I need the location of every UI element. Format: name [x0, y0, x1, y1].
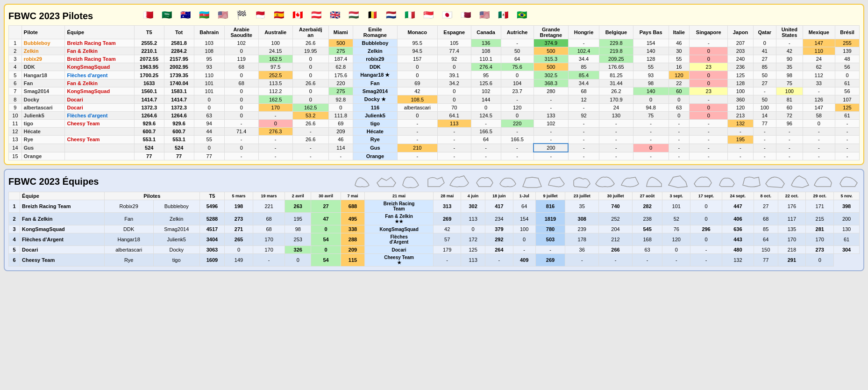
- eq-cell-5: Cheesy Team★: [365, 254, 434, 267]
- pilotes-header-row: Pilote Équipe T5 Tot Bahrain ArabieSaoud…: [9, 26, 860, 39]
- cell-pilote: Hécate: [21, 128, 65, 136]
- eq-cell-2: 195: [285, 213, 311, 225]
- cell-Monaco: 0: [397, 71, 437, 79]
- cell-Japon: 128: [728, 79, 753, 87]
- eq-cell-10: 269: [535, 254, 565, 267]
- col-emile: EmileRomagne: [353, 26, 398, 39]
- cell-PaysBas: 93: [633, 71, 669, 79]
- cell-Emile: Bubbleboy: [353, 39, 398, 47]
- cell-Singapore: 23: [690, 63, 728, 71]
- eq-t5: 1609: [199, 254, 224, 267]
- cell-Bresil: 61: [835, 112, 859, 120]
- cell-tot: 1414.7: [164, 95, 194, 104]
- eq-cell-13: 238: [632, 213, 662, 225]
- eq-col-22oct: 22 oct.: [778, 192, 806, 200]
- cell-GB: 368.3: [534, 79, 568, 87]
- cell-Belgique: -: [599, 128, 633, 136]
- cell-Italie: -: [669, 144, 690, 152]
- eq-cell-11: -: [565, 254, 599, 267]
- cell-Belgique: 219.8: [599, 47, 633, 55]
- eq-cell-4: 338: [341, 225, 364, 233]
- cell-Miami: 175.6: [328, 71, 353, 79]
- eq-cell-19: 215: [806, 213, 834, 225]
- cell-Espagne: 39.1: [437, 71, 471, 79]
- eq-cell-4: 209: [341, 246, 364, 254]
- eq-p2: Zelkin: [153, 213, 199, 225]
- cell-Mexique: -: [803, 152, 835, 160]
- cell-Hongrie: -: [568, 120, 599, 128]
- eq-cell-10: 1819: [535, 213, 565, 225]
- cell-Emile: Rye: [353, 136, 398, 144]
- col-belgique: Belgique: [599, 26, 633, 39]
- eq-p2: Smag2014: [153, 225, 199, 233]
- cell-Belgique: -: [599, 120, 633, 128]
- eq-cell-15: 296: [690, 225, 722, 233]
- cell-Arabia: -: [224, 136, 258, 144]
- eq-cell-12: 740: [599, 200, 633, 213]
- eq-cell-16: 132: [722, 254, 754, 267]
- eq-cell-14: 101: [662, 200, 690, 213]
- cell-Mexique: 126: [803, 95, 835, 104]
- eq-cell-20: 304: [834, 246, 860, 254]
- flag-bahrain: 🇧🇭: [139, 8, 157, 22]
- flag-brazil: 🇧🇷: [513, 8, 531, 22]
- cell-GB: 315.3: [534, 55, 568, 63]
- eq-cell-9: 409: [513, 254, 535, 267]
- col-australie: Australie: [258, 26, 292, 39]
- eq-cell-9: 100: [513, 225, 535, 233]
- cell-Arabia: 0: [224, 47, 258, 55]
- flag-usa1: 🇺🇸: [214, 8, 232, 22]
- cell-Japon: 360: [728, 95, 753, 104]
- cell-Belgique: 209.25: [599, 55, 633, 63]
- eq-cell-19: 0: [806, 254, 834, 267]
- cell-Canada: 64: [471, 136, 501, 144]
- cell-Baku: 19.95: [292, 47, 328, 55]
- cell-equipe: Flèches d'argent: [65, 112, 134, 120]
- pilote-row: 10Julienk5Flèches d'argent1264.61264.663…: [9, 112, 860, 120]
- cell-t5: 553.1: [134, 136, 164, 144]
- eq-cell-6: 57: [434, 233, 461, 246]
- cell-Baku: 26.6: [292, 79, 328, 87]
- eq-cell-4: 288: [341, 233, 364, 246]
- cell-pilote: Bubbleboy: [21, 39, 65, 47]
- eq-cell-18: 135: [778, 225, 806, 233]
- cell-Baku: 0: [292, 63, 328, 71]
- cell-Espagne: -: [437, 128, 471, 136]
- cell-Monaco: 108.5: [397, 95, 437, 104]
- cell-Monaco: albertascari: [397, 104, 437, 112]
- eq-p1: DDK: [104, 225, 153, 233]
- cell-equipe: Breizh Racing Team: [65, 55, 134, 63]
- eq-cell-9: 0: [513, 233, 535, 246]
- cell-Bahrain: 110: [194, 71, 224, 79]
- cell-equipe: Docari: [65, 95, 134, 104]
- equipes-table: Équipe Pilotes T5 5 mars 19 mars 2 avril…: [8, 192, 860, 267]
- eq-cell-1: 68: [253, 213, 285, 225]
- equipe-row: 5DocarialbertascariDocky306301703260209D…: [9, 246, 860, 254]
- flags-row-pilotes: 🇧🇭 🇸🇦 🇦🇺 🇦🇿 🇺🇸 🏁 🇲🇨 🇪🇸 🇨🇦 🇦🇹 🇬🇧 🇭🇺 🇧🇪 🇳🇱…: [139, 8, 531, 22]
- equipes-header-row: Équipe Pilotes T5 5 mars 19 mars 2 avril…: [9, 192, 860, 200]
- cell-Canada: 166.5: [471, 128, 501, 136]
- col-paysbas: Pays Bas: [633, 26, 669, 39]
- eq-cell-6: 313: [434, 200, 461, 213]
- cell-Bresil: -: [835, 128, 859, 136]
- eq-cell-15: 0: [690, 200, 722, 213]
- pilote-row: 6FanFan & Zelkin16331740.0410168113.526.…: [9, 79, 860, 87]
- cell-Canada: 276.4: [471, 63, 501, 71]
- eq-p2: Julienk5: [153, 233, 199, 246]
- cell-Autriche: 50: [501, 47, 534, 55]
- eq-equipe: Breizh Racing Team: [20, 200, 105, 213]
- cell-Baku: 0: [292, 95, 328, 104]
- cell-Baku: -: [292, 144, 328, 152]
- equipe-row: 2Fan & ZelkinFanZelkin52882736819547495F…: [9, 213, 860, 225]
- cell-PaysBas: 0: [633, 144, 669, 152]
- cell-GB: -: [534, 128, 568, 136]
- cell-Arabia: 102: [224, 39, 258, 47]
- flag-hungary: 🇭🇺: [345, 8, 363, 22]
- eq-col-7mai: 7 mai: [341, 192, 364, 200]
- cell-Bresil: 56: [835, 87, 859, 95]
- eq-cell-5: Breizh RacingTeam: [365, 200, 434, 213]
- pilote-row: 7Smag2014KongSmagSquad1560.11583.1101011…: [9, 87, 860, 95]
- cell-Espagne: 64.1: [437, 112, 471, 120]
- cell-t5: 1372.3: [134, 104, 164, 112]
- cell-US: 90: [776, 55, 803, 63]
